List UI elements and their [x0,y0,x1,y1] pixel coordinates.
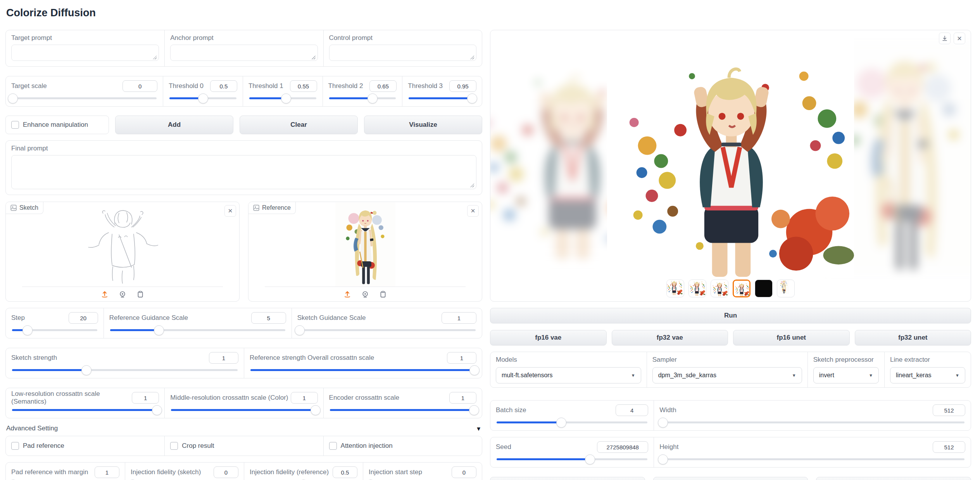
paste-icon[interactable] [380,291,386,298]
upload-icon[interactable] [344,291,351,298]
target-prompt-input[interactable] [11,45,159,61]
accordion-arrow-icon[interactable]: ▼ [476,425,481,432]
attention-injection-checkbox[interactable] [329,442,337,450]
mid-res-crossattn-slider[interactable] [171,409,317,411]
update-checkpoints-button[interactable]: Update checkpoints [816,477,971,480]
encoder-crossattn-slider[interactable] [330,409,476,411]
close-icon: ✕ [957,35,962,42]
sampler-value: dpm_3m_sde_karras [658,372,716,379]
enhance-manipulation-checkbox-row[interactable]: Enhance manipulation [6,116,109,134]
visualize-button[interactable]: Visualize [364,116,482,134]
reference-clear-button[interactable]: ✕ [467,205,479,217]
sketch-strength-input[interactable] [209,352,238,364]
anchor-prompt-input[interactable] [170,45,317,61]
sampler-dropdown[interactable]: dpm_3m_sde_karras ▼ [652,367,802,383]
gallery-thumbnail-3[interactable] [711,280,728,297]
reuse-seed-button[interactable]: Reuse seed [490,477,645,480]
models-dropdown[interactable]: mult-ft.safetensors ▼ [496,367,641,383]
run-button[interactable]: Run [490,308,971,323]
width-slider[interactable] [660,421,964,423]
left-column: Target prompt Anchor prompt Control prom… [5,30,482,480]
target-scale-slider[interactable] [12,97,157,99]
pad-reference-checkbox[interactable] [11,442,19,450]
threshold0-value-input[interactable] [210,80,237,92]
line-extractor-dropdown[interactable]: lineart_keras ▼ [890,367,965,383]
threshold3-value-input[interactable] [449,80,476,92]
height-slider[interactable] [660,458,964,460]
threshold2-slider-block: Threshold 2 [323,76,402,106]
gallery-thumbnail-4-selected[interactable] [733,280,751,297]
threshold2-slider[interactable] [329,97,396,99]
step-slider[interactable] [12,329,97,331]
attention-injection-checkbox-row[interactable]: Attention injection [323,436,482,456]
random-seed-button[interactable]: Random seed [653,477,808,480]
anchor-prompt-label: Anchor prompt [170,34,317,42]
batch-size-slider[interactable] [497,421,647,423]
step-value-input[interactable] [69,312,98,324]
target-scale-value-input[interactable] [122,80,157,92]
low-res-crossattn-input[interactable] [132,392,159,404]
fp16-vae-button[interactable]: fp16 vae [490,330,607,345]
fp32-vae-button[interactable]: fp32 vae [612,330,728,345]
pad-margin-label: Pad reference with margin [11,468,88,476]
fp16-unet-button[interactable]: fp16 unet [733,330,850,345]
injection-fidelity-reference-label: Injection fidelity (reference) [250,468,329,476]
mid-res-crossattn-input[interactable] [291,392,318,404]
reference-guidance-scale-slider[interactable] [110,329,285,331]
crop-result-checkbox-row[interactable]: Crop result [164,436,323,456]
sketch-strength-slider[interactable] [12,369,238,371]
gallery-thumbnail-1[interactable] [666,280,684,297]
fp32-unet-button[interactable]: fp32 unet [855,330,971,345]
pad-margin-input[interactable] [95,466,119,478]
injection-start-step-input[interactable] [452,466,476,478]
webcam-icon[interactable] [362,291,369,298]
control-prompt-input[interactable] [329,45,476,61]
final-prompt-input[interactable] [11,155,476,189]
width-input[interactable] [933,404,965,416]
pad-reference-checkbox-row[interactable]: Pad reference [6,436,164,456]
height-input[interactable] [933,441,965,453]
threshold3-slider[interactable] [409,97,476,99]
sketch-preprocessor-dropdown[interactable]: invert ▼ [813,367,879,383]
sketch-guidance-scale-input[interactable] [442,312,476,324]
line-extractor-value: lineart_keras [896,372,932,379]
injection-fidelity-sketch-input[interactable] [214,466,238,478]
seed-slider[interactable] [497,458,647,460]
webcam-icon[interactable] [119,291,126,298]
add-button[interactable]: Add [115,116,233,134]
sketch-clear-button[interactable]: ✕ [224,205,236,217]
sketch-image[interactable] [6,202,239,287]
reference-strength-input[interactable] [447,352,476,364]
sketch-guidance-scale-slider[interactable] [298,329,476,331]
clear-button[interactable]: Clear [240,116,358,134]
gallery-thumbnail-6[interactable] [777,280,795,297]
page-title: Colorize Diffusion [6,7,971,19]
advanced-setting-header[interactable]: Advanced Setting ▼ [6,425,481,432]
close-gallery-button[interactable]: ✕ [954,33,965,44]
threshold2-value-input[interactable] [369,80,397,92]
threshold1-value-input[interactable] [290,80,317,92]
gallery-stage [490,30,971,276]
batch-size-input[interactable] [616,404,648,416]
seed-input[interactable] [597,441,648,453]
paste-icon[interactable] [137,291,144,298]
injection-fidelity-reference-input[interactable] [333,466,357,478]
threshold0-slider[interactable] [169,97,236,99]
download-image-button[interactable] [939,33,951,44]
reference-image[interactable] [248,202,482,287]
upload-icon[interactable] [101,291,108,298]
low-res-crossattn-slider[interactable] [12,409,158,411]
attention-injection-label: Attention injection [341,442,393,450]
gallery-main-image[interactable] [607,30,854,277]
encoder-crossattn-input[interactable] [449,392,476,404]
threshold1-slider[interactable] [249,97,316,99]
download-icon [942,35,948,41]
crop-result-checkbox[interactable] [170,442,178,450]
gallery-thumbnail-5[interactable] [755,280,773,297]
gallery-thumbnail-2[interactable] [688,280,706,297]
sketch-panel-footer [22,287,223,301]
reference-guidance-scale-input[interactable] [251,312,286,324]
reference-strength-slider[interactable] [250,369,476,371]
enhance-manipulation-checkbox[interactable] [11,121,19,129]
final-prompt-block: Final prompt [5,140,482,195]
